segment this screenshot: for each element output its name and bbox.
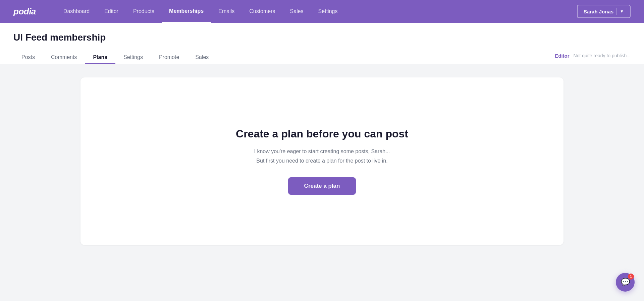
page-header: UI Feed membership Posts Comments Plans … [0,23,644,64]
tab-promote[interactable]: Promote [151,51,187,64]
card-heading: Create a plan before you can post [236,128,408,140]
page-actions: Editor Not quite ready to publish... [555,53,631,62]
nav-memberships[interactable]: Memberships [162,0,211,23]
tab-sales[interactable]: Sales [187,51,217,64]
chat-badge: 1 [628,274,634,280]
nav-sales[interactable]: Sales [283,0,311,23]
logo[interactable]: podia [13,6,36,17]
tab-comments[interactable]: Comments [43,51,85,64]
chat-widget[interactable]: 💬 1 [616,273,635,292]
nav-customers[interactable]: Customers [242,0,282,23]
tab-posts[interactable]: Posts [13,51,43,64]
editor-link[interactable]: Editor [555,53,569,59]
nav-dashboard[interactable]: Dashboard [56,0,97,23]
card-subtext: I know you're eager to start creating so… [254,147,390,165]
page-title: UI Feed membership [13,32,631,43]
chevron-down-icon: ▼ [616,8,624,15]
nav-settings[interactable]: Settings [311,0,345,23]
sub-tabs: Posts Comments Plans Settings Promote Sa… [13,51,631,64]
nav-emails[interactable]: Emails [211,0,242,23]
card-subtext-line1: I know you're eager to start creating so… [254,148,390,154]
user-menu-button[interactable]: Sarah Jonas ▼ [577,5,631,18]
publish-status: Not quite ready to publish... [574,53,631,58]
user-name: Sarah Jonas [584,9,613,14]
nav-products[interactable]: Products [126,0,162,23]
main-content: Create a plan before you can post I know… [0,64,644,301]
card-subtext-line2: But first you need to create a plan for … [256,158,387,164]
create-plan-button[interactable]: Create a plan [288,177,356,195]
chat-icon: 💬 [621,278,630,287]
nav-editor[interactable]: Editor [97,0,126,23]
tab-plans[interactable]: Plans [85,51,115,64]
tab-settings[interactable]: Settings [115,51,151,64]
navbar: podia Dashboard Editor Products Membersh… [0,0,644,23]
nav-links: Dashboard Editor Products Memberships Em… [56,0,577,23]
nav-right: Sarah Jonas ▼ [577,5,631,18]
content-card: Create a plan before you can post I know… [80,77,564,245]
